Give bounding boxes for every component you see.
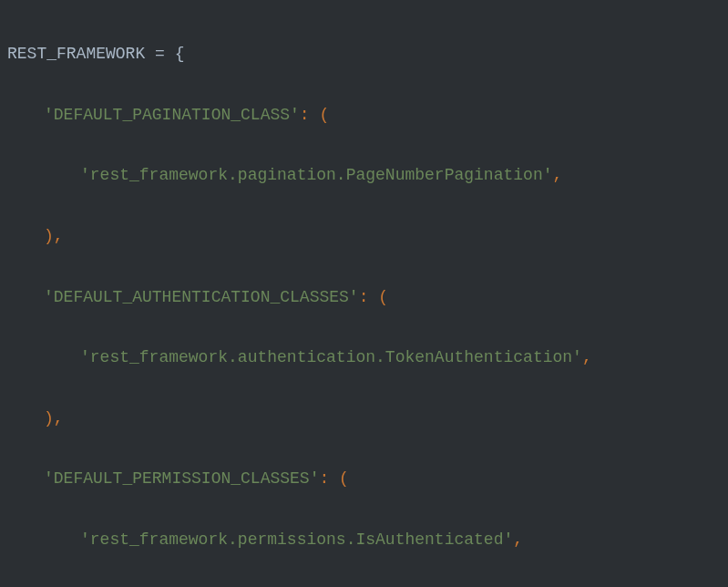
- string-value: 'rest_framework.pagination.PageNumberPag…: [80, 166, 552, 184]
- code-line: 'DEFAULT_AUTHENTICATION_CLASSES': (: [7, 283, 721, 313]
- code-line: 'rest_framework.authentication.TokenAuth…: [7, 343, 721, 373]
- code-line: REST_FRAMEWORK = {: [7, 39, 721, 69]
- colon-paren: : (: [319, 469, 348, 488]
- code-line: 'rest_framework.pagination.PageNumberPag…: [7, 160, 721, 191]
- code-line: ),: [7, 221, 721, 252]
- comma: ,: [552, 166, 562, 184]
- open-brace: {: [175, 45, 185, 63]
- code-line: 'rest_framework.permissions.IsAuthentica…: [7, 525, 721, 555]
- colon-paren: : (: [359, 288, 388, 306]
- dict-key: 'DEFAULT_PERMISSION_CLASSES': [44, 469, 319, 488]
- code-line: 'DEFAULT_PERMISSION_CLASSES': (: [7, 464, 721, 494]
- string-value: 'rest_framework.permissions.IsAuthentica…: [80, 530, 513, 549]
- code-line: 'DEFAULT_PAGINATION_CLASS': (: [7, 100, 721, 130]
- close-paren-comma: ),: [44, 227, 64, 245]
- string-value: 'rest_framework.authentication.TokenAuth…: [80, 348, 582, 366]
- variable-name: REST_FRAMEWORK: [7, 45, 145, 63]
- code-line: ),: [7, 404, 721, 434]
- dict-key: 'DEFAULT_PAGINATION_CLASS': [44, 106, 300, 124]
- dict-key: 'DEFAULT_AUTHENTICATION_CLASSES': [44, 288, 359, 306]
- equals-operator: =: [145, 45, 174, 63]
- comma: ,: [582, 348, 592, 366]
- code-snippet: REST_FRAMEWORK = { 'DEFAULT_PAGINATION_C…: [7, 9, 721, 587]
- close-paren-comma: ),: [44, 409, 64, 427]
- colon-paren: : (: [300, 106, 329, 124]
- comma: ,: [513, 530, 523, 549]
